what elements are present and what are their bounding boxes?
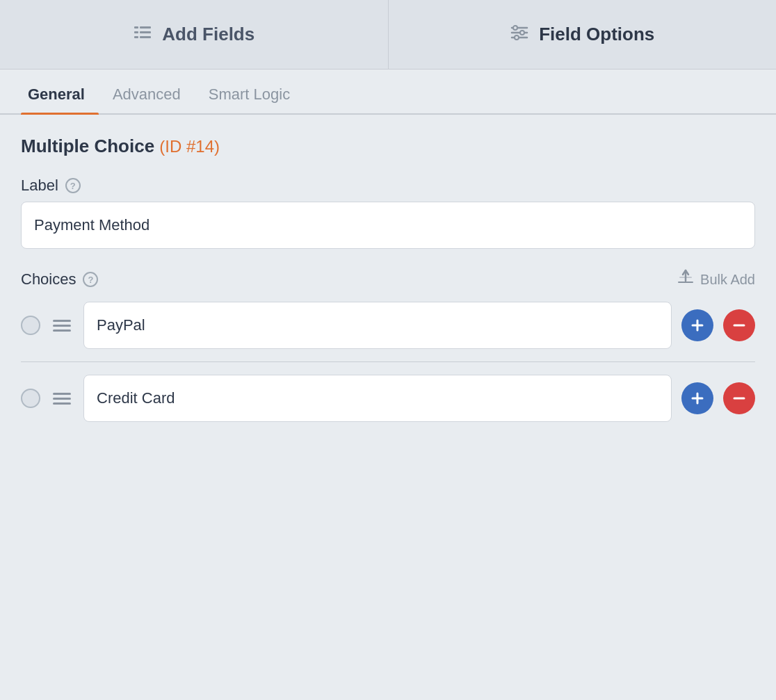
sliders-icon: [510, 23, 529, 47]
tabs-bar: General Advanced Smart Logic: [0, 70, 776, 115]
label-section-header: Label ?: [21, 177, 755, 195]
bulk-add-icon: [677, 268, 695, 291]
app-container: Add Fields Field Options General Adva: [0, 0, 776, 700]
minus-icon-2: [731, 391, 747, 406]
label-help-icon[interactable]: ?: [65, 178, 81, 193]
choices-label: Choices: [21, 270, 76, 288]
add-choice-button-2[interactable]: [681, 382, 713, 414]
label-field-label: Label: [21, 177, 58, 195]
field-title: Multiple Choice (ID #14): [21, 136, 755, 157]
choice-row: [21, 375, 755, 434]
svg-point-11: [515, 35, 519, 40]
list-icon: [133, 23, 152, 47]
choice-radio-2[interactable]: [21, 389, 40, 408]
svg-rect-4: [134, 36, 138, 38]
svg-point-9: [513, 26, 517, 30]
field-id-label: (ID #14): [159, 137, 220, 156]
svg-rect-2: [134, 31, 138, 33]
drag-handle-2[interactable]: [50, 390, 74, 407]
svg-point-10: [520, 31, 524, 35]
plus-icon-1: [690, 318, 705, 333]
add-fields-label: Add Fields: [162, 24, 254, 45]
svg-rect-0: [134, 26, 138, 29]
svg-rect-3: [140, 31, 151, 33]
field-type-label: Multiple Choice: [21, 136, 154, 156]
choice-row: [21, 302, 755, 362]
field-options-label: Field Options: [539, 24, 654, 45]
minus-icon-1: [731, 318, 747, 333]
field-options-tab[interactable]: Field Options: [389, 0, 777, 69]
choice-radio-1[interactable]: [21, 316, 40, 335]
remove-choice-button-2[interactable]: [723, 382, 755, 414]
main-content: Multiple Choice (ID #14) Label ? Choices…: [0, 115, 776, 700]
choice-input-2[interactable]: [83, 375, 672, 422]
remove-choice-button-1[interactable]: [723, 309, 755, 341]
tab-smart-logic[interactable]: Smart Logic: [202, 79, 304, 113]
choice-input-1[interactable]: [83, 302, 672, 349]
drag-handle-1[interactable]: [50, 317, 74, 334]
header: Add Fields Field Options: [0, 0, 776, 70]
choices-help-icon[interactable]: ?: [83, 272, 98, 287]
svg-rect-1: [140, 26, 151, 29]
choices-label-group: Choices ?: [21, 270, 677, 288]
add-choice-button-1[interactable]: [681, 309, 713, 341]
bulk-add-button[interactable]: Bulk Add: [677, 268, 755, 291]
bulk-add-label: Bulk Add: [700, 272, 755, 288]
add-fields-tab[interactable]: Add Fields: [0, 0, 389, 69]
label-input[interactable]: [21, 202, 755, 249]
svg-rect-5: [140, 36, 151, 38]
tab-advanced[interactable]: Advanced: [106, 79, 195, 113]
choices-section-header: Choices ? Bulk Add: [21, 268, 755, 291]
plus-icon-2: [690, 391, 705, 406]
tab-general[interactable]: General: [21, 79, 99, 113]
